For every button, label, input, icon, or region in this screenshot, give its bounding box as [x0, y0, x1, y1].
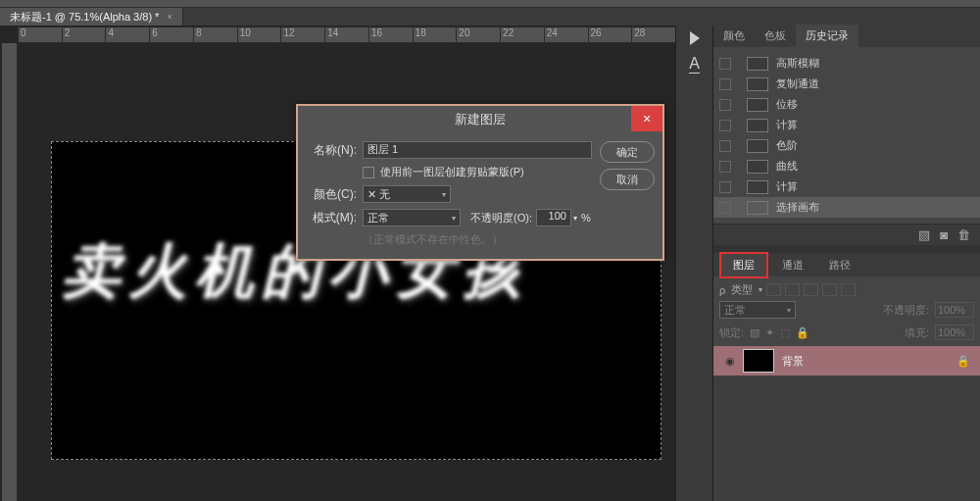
document-tab-title: 未标题-1 @ 75.1%(Alpha 3/8) * [10, 10, 159, 25]
color-select[interactable]: ✕ 无▾ [363, 185, 451, 203]
history-list: 高斯模糊 复制通道 位移 计算 色阶 曲线 计算 选择画布 [713, 47, 980, 224]
clip-mask-label: 使用前一图层创建剪贴蒙版(P) [380, 165, 524, 179]
chevron-down-icon[interactable]: ▾ [573, 214, 577, 223]
character-panel-icon[interactable]: A [689, 55, 700, 74]
layer-name: 背景 [782, 354, 956, 369]
lock-all-icon[interactable]: 🔒 [796, 326, 809, 339]
ok-button[interactable]: 确定 [600, 141, 655, 163]
chevron-down-icon: ▾ [759, 285, 762, 294]
tab-channels[interactable]: 通道 [770, 254, 815, 276]
tab-layers[interactable]: 图层 [719, 252, 768, 278]
clip-mask-checkbox[interactable] [363, 167, 374, 178]
history-footer: ▧ ◙ 🗑 [713, 224, 980, 245]
tab-swatches[interactable]: 色板 [755, 25, 796, 47]
tab-color[interactable]: 颜色 [713, 25, 755, 47]
history-item[interactable]: 复制通道 [713, 74, 980, 94]
camera-icon[interactable]: ◙ [940, 227, 948, 242]
document-tab[interactable]: 未标题-1 @ 75.1%(Alpha 3/8) * × [0, 8, 183, 25]
visibility-eye-icon[interactable]: ◉ [723, 354, 737, 368]
blend-mode-select[interactable]: 正常▾ [719, 301, 796, 319]
lock-label: 锁定: [719, 326, 744, 340]
tab-history[interactable]: 历史记录 [796, 25, 858, 47]
history-item[interactable]: 计算 [713, 115, 980, 135]
layer-thumbnail[interactable] [743, 349, 774, 373]
layer-filter-row: ρ 类型 ▾ [713, 276, 980, 297]
snapshot-icon[interactable]: ▧ [918, 227, 930, 242]
opacity-label: 不透明度(O): [470, 211, 532, 225]
dialog-title: 新建图层 × [298, 106, 662, 133]
mode-label: 模式(M): [306, 210, 357, 226]
filter-smart-icon[interactable] [841, 283, 856, 296]
history-item[interactable]: 色阶 [713, 135, 980, 156]
options-bar [0, 0, 980, 8]
layer-row-background[interactable]: ◉ 背景 🔒 [713, 346, 980, 376]
cancel-button[interactable]: 取消 [600, 169, 655, 190]
dialog-close-button[interactable]: × [631, 106, 662, 131]
top-panel-tabs: 颜色 色板 历史记录 [713, 25, 980, 47]
document-tab-strip: 未标题-1 @ 75.1%(Alpha 3/8) * × [0, 8, 980, 25]
opacity-unit: % [581, 212, 591, 224]
panels: 颜色 色板 历史记录 高斯模糊 复制通道 位移 计算 色阶 曲线 计算 选择画布… [712, 25, 980, 501]
color-label: 颜色(C): [306, 186, 357, 203]
ruler-vertical [2, 43, 18, 501]
layer-opacity-input[interactable]: 100% [935, 302, 974, 318]
layers-list: ◉ 背景 🔒 [713, 346, 980, 376]
new-layer-dialog: 新建图层 × 名称(N): 图层 1 使用前一图层创建剪贴蒙版(P) 颜色(C)… [296, 104, 664, 261]
filter-adjust-icon[interactable] [785, 283, 800, 296]
close-icon[interactable]: × [167, 12, 172, 22]
filter-pixel-icon[interactable] [766, 283, 781, 296]
ruler-horizontal: 0246810121416182022242628 [18, 27, 675, 43]
collapsed-panel-dock: A [675, 25, 712, 501]
history-item[interactable]: 选择画布 [713, 197, 980, 218]
play-icon[interactable] [690, 31, 700, 45]
lock-artboard-icon[interactable]: ⬚ [780, 326, 790, 339]
lock-pixels-icon[interactable]: ▧ [750, 326, 760, 339]
tab-paths[interactable]: 路径 [817, 254, 862, 276]
filter-shape-icon[interactable] [822, 283, 837, 296]
fill-input[interactable]: 100% [935, 325, 974, 340]
blend-row: 正常▾ 不透明度: 100% [713, 297, 980, 323]
close-icon: × [643, 111, 651, 126]
filter-type-icon[interactable] [804, 283, 818, 296]
fill-label: 填充: [905, 326, 929, 340]
layer-panel-tabs: 图层 通道 路径 [713, 253, 980, 276]
mode-hint: （正常模式不存在中性色。） [363, 232, 592, 247]
history-item[interactable]: 计算 [713, 176, 980, 197]
mode-select[interactable]: 正常▾ [363, 209, 461, 226]
chevron-down-icon: ▾ [442, 190, 446, 199]
layer-filter-select[interactable]: ρ 类型 ▾ [719, 282, 762, 297]
name-label: 名称(N): [306, 142, 357, 159]
search-icon: ρ [719, 284, 725, 296]
history-item[interactable]: 曲线 [713, 156, 980, 176]
history-item[interactable]: 位移 [713, 94, 980, 115]
name-input[interactable]: 图层 1 [363, 141, 592, 159]
canvas-area: 0246810121416182022242628 卖火机的小女孩 新建图层 ×… [0, 25, 675, 501]
opacity-label: 不透明度: [883, 303, 929, 318]
lock-row: 锁定: ▧ ✦ ⬚ 🔒 填充: 100% [713, 323, 980, 342]
history-item[interactable]: 高斯模糊 [713, 53, 980, 74]
chevron-down-icon: ▾ [787, 306, 791, 315]
chevron-down-icon: ▾ [452, 214, 456, 223]
lock-position-icon[interactable]: ✦ [765, 326, 774, 339]
opacity-input[interactable]: 100 [536, 209, 571, 226]
trash-icon[interactable]: 🗑 [957, 227, 970, 242]
lock-icon: 🔒 [956, 355, 970, 368]
